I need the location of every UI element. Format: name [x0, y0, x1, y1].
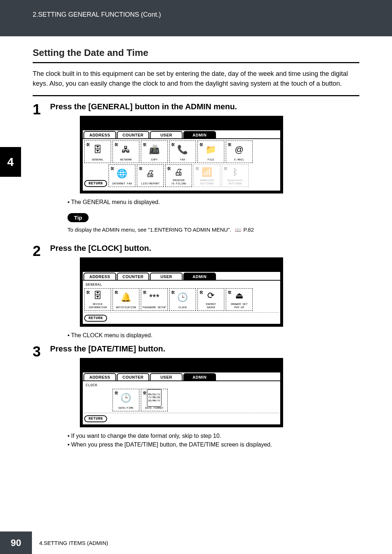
step-number: 3 [33, 344, 50, 359]
menu-button-device-information[interactable]: 🛠🗄DEVICE INFORMATION [84, 288, 111, 311]
menu-button-printer-e-filing[interactable]: 🛠🖨PRINTER /E-FILING [165, 164, 192, 187]
tip-badge: Tip [68, 213, 89, 222]
menu-button-energy-saver[interactable]: 🛠⟳ENERGY SAVER [197, 288, 224, 311]
menu-label: DATE/TIME [118, 407, 133, 410]
menu-label: FILE [208, 158, 214, 162]
menu-icon: *** [149, 289, 159, 306]
menu-button-general[interactable]: 🛠🗄GENERAL [84, 140, 111, 163]
menu-label: Bluetooth SETTINGS [228, 179, 242, 186]
step-bullet: The GENERAL menu is displayed. [68, 198, 359, 207]
tab-counter[interactable]: COUNTER [117, 131, 150, 138]
menu-button-e-mail[interactable]: 🛠@E-MAIL [226, 140, 253, 163]
menu-label: ENERGY SAVER [206, 303, 216, 309]
tab-address[interactable]: ADDRESS [83, 273, 116, 280]
menu-button-notification[interactable]: 🛠🔔NOTIFICATION [113, 288, 139, 311]
tab-spacer [248, 273, 279, 280]
step-number: 1 [33, 102, 50, 117]
menu-icon: 🗄 [93, 141, 102, 158]
divider [33, 62, 359, 63]
step-title: Press the [GENERAL] button in the ADMIN … [50, 102, 359, 111]
menu-icon: 📞 [177, 141, 188, 158]
menu-icon: 📠 [149, 141, 160, 158]
page-header: 2.SETTING GENERAL FUNCTIONS (Cont.) [0, 0, 392, 36]
menu-icon: ᛒ [233, 165, 238, 179]
tab-spacer [217, 373, 248, 380]
tab-row: ADDRESS COUNTER USER ADMIN [83, 272, 280, 280]
wrench-icon: 🛠 [228, 142, 232, 147]
menu-button-fax[interactable]: 🛠📞FAX [169, 140, 196, 163]
menu-button-bluetooth-settings[interactable]: 🛠ᛒBluetooth SETTINGS [222, 164, 249, 187]
footer-text: 4.SETTING ITEMS (ADMIN) [39, 540, 108, 546]
tab-counter[interactable]: COUNTER [117, 273, 150, 280]
menu-button-wireless-settings[interactable]: 🛠📶WIRELESS SETTINGS [193, 164, 220, 187]
tab-row: ADDRESS COUNTER USER ADMIN [83, 130, 280, 138]
step-bullet: If you want to change the date format on… [68, 432, 359, 440]
menu-icon: ⟳ [207, 289, 215, 303]
intro-text: The clock built in to this equipment can… [33, 69, 359, 89]
tab-admin[interactable]: ADMIN [183, 131, 216, 138]
step-bullet: The CLOCK menu is displayed. [68, 331, 359, 340]
menu-button-list-report[interactable]: 🛠🖨LIST/REPORT [137, 164, 164, 187]
page-content: Setting the Date and Time The clock buil… [0, 47, 392, 449]
tab-admin[interactable]: ADMIN [183, 373, 216, 380]
tab-address[interactable]: ADDRESS [83, 373, 116, 380]
menu-label: FAX [180, 158, 185, 162]
step-title: Press the [DATE/TIME] button. [50, 344, 359, 354]
wrench-icon: 🛠 [110, 166, 115, 171]
menu-button-date-time[interactable]: 🛠🕒DATE/TIME [113, 389, 139, 411]
admin-screen: ADDRESS COUNTER USER ADMIN 🛠🗄GENERAL🛠🖧NE… [80, 116, 283, 194]
step-1: 1 Press the [GENERAL] button in the ADMI… [33, 102, 359, 239]
return-button[interactable]: RETURN [84, 415, 107, 422]
menu-label: GENERAL [92, 158, 103, 162]
general-screen: ADDRESS COUNTER USER ADMIN GENERAL 🛠🗄DEV… [80, 257, 283, 327]
menu-icon: 🖨 [146, 165, 155, 182]
menu-button-internet-fax[interactable]: 🛠🌐INTERNET FAX [109, 164, 135, 187]
wrench-icon: 🛠 [114, 391, 119, 396]
tab-user[interactable]: USER [150, 131, 183, 138]
step-3: 3 Press the [DATE/TIME] button. ADDRESS … [33, 344, 359, 449]
menu-button-date-format[interactable]: 🛠MM/DD/YY YY/MM/DD DD/MM/YYDATE FORMAT [141, 389, 168, 411]
tab-user[interactable]: USER [150, 273, 183, 280]
tab-spacer [248, 131, 279, 138]
tab-admin[interactable]: ADMIN [183, 273, 216, 280]
return-button[interactable]: RETURN [84, 315, 107, 322]
tab-user[interactable]: USER [150, 373, 183, 380]
menu-button-copy[interactable]: 🛠📠COPY [141, 140, 168, 163]
wrench-icon: 🛠 [114, 290, 119, 295]
wrench-icon: 🛠 [143, 290, 147, 295]
menu-label: DEVICE INFORMATION [89, 303, 107, 309]
wrench-icon: 🛠 [139, 166, 143, 171]
step-title: Press the [CLOCK] button. [50, 244, 359, 253]
menu-icon: 🖨 [174, 165, 183, 179]
menu-label: INTERNET FAX [112, 182, 132, 186]
clock-row: 🛠🕒DATE/TIME🛠MM/DD/YY YY/MM/DD DD/MM/YYDA… [113, 389, 168, 411]
general-row: 🛠🗄DEVICE INFORMATION🛠🔔NOTIFICATION🛠***PA… [84, 288, 279, 311]
clock-screen: ADDRESS COUNTER USER ADMIN CLOCK 🛠🕒DATE/… [80, 358, 283, 427]
menu-button-password-setup[interactable]: 🛠***PASSWORD SETUP [141, 288, 168, 311]
page-footer: 90 4.SETTING ITEMS (ADMIN) [0, 531, 392, 554]
menu-label: CLOCK [178, 306, 187, 309]
menu-icon: 🗄 [93, 289, 102, 303]
book-icon: 📖 [235, 226, 241, 234]
tab-address[interactable]: ADDRESS [83, 131, 116, 138]
menu-button-network[interactable]: 🛠🖧NETWORK [113, 140, 139, 163]
menu-label: LIST/REPORT [141, 182, 160, 186]
menu-label: PRINTER /E-FILING [171, 179, 186, 186]
wrench-icon: 🛠 [171, 142, 175, 147]
return-button[interactable]: RETURN [84, 180, 107, 187]
tab-row: ADDRESS COUNTER USER ADMIN [83, 372, 280, 380]
tab-spacer [217, 131, 248, 138]
menu-icon: 🕒 [121, 389, 131, 407]
menu-label: COPY [151, 158, 158, 162]
tab-counter[interactable]: COUNTER [117, 373, 150, 380]
menu-label: WIRELESS SETTINGS [200, 179, 214, 186]
wrench-icon: 🛠 [199, 142, 204, 147]
breadcrumb: 2.SETTING GENERAL FUNCTIONS (Cont.) [33, 11, 392, 19]
menu-button-drawer-set-pop-up[interactable]: 🛠⏏DRAWER SET POP-UP [226, 288, 253, 311]
menu-icon: 🔔 [121, 289, 131, 306]
menu-button-clock[interactable]: 🛠🕒CLOCK [169, 288, 196, 311]
menu-button-file[interactable]: 🛠📁FILE [197, 140, 224, 163]
tab-spacer [248, 373, 279, 380]
wrench-icon: 🛠 [228, 290, 232, 295]
admin-row-2: 🛠🌐INTERNET FAX🛠🖨LIST/REPORT🛠🖨PRINTER /E-… [109, 164, 249, 187]
